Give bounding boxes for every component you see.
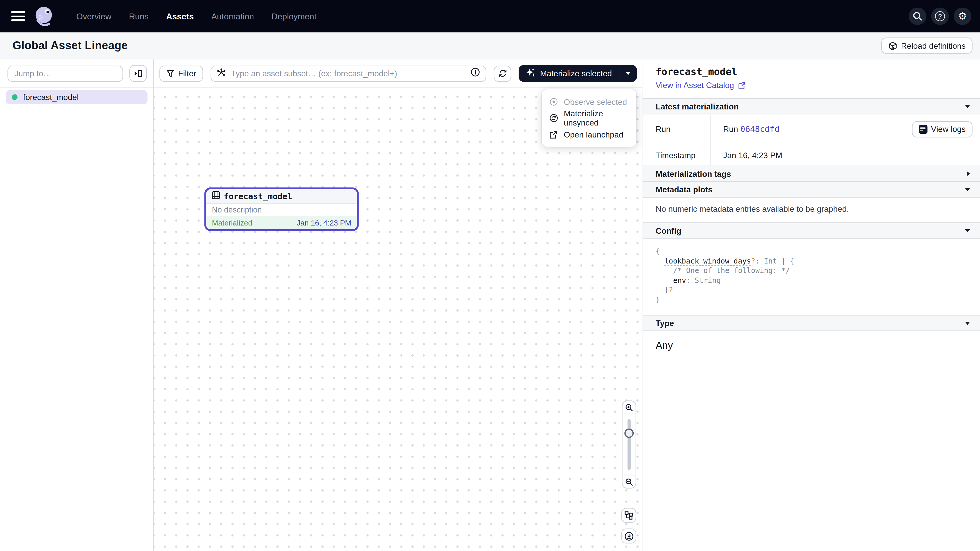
table-grid-icon bbox=[212, 191, 220, 202]
rearrange-graph-button[interactable] bbox=[621, 508, 636, 523]
sidebar-asset-label: forecast_model bbox=[23, 92, 79, 102]
run-row: Run Run 0648cdfd View logs bbox=[643, 114, 980, 144]
timestamp-row: Timestamp Jan 16, 4:23 PM bbox=[643, 144, 980, 165]
section-label: Config bbox=[655, 226, 681, 235]
open-launchpad-label: Open launchpad bbox=[564, 130, 624, 139]
section-label: Metadata plots bbox=[655, 185, 713, 194]
reload-cube-icon bbox=[888, 41, 897, 50]
catalog-link-label: View in Asset Catalog bbox=[655, 81, 734, 90]
zoom-slider-thumb[interactable] bbox=[625, 429, 634, 438]
timestamp-row-label: Timestamp bbox=[655, 144, 711, 165]
page-header: Global Asset Lineage Reload definitions bbox=[0, 32, 980, 59]
chevron-right-icon bbox=[967, 171, 970, 176]
menu-hamburger-icon[interactable] bbox=[9, 7, 27, 25]
dagster-logo-icon[interactable] bbox=[31, 4, 56, 29]
menu-item-observe-selected[interactable]: Observe selected bbox=[542, 94, 636, 110]
asset-list-sidebar: forecast_model bbox=[0, 59, 154, 551]
download-image-button[interactable] bbox=[621, 529, 636, 544]
observe-selected-label: Observe selected bbox=[564, 97, 627, 106]
run-id-link[interactable]: 0648cdfd bbox=[740, 124, 780, 134]
section-label: Latest materialization bbox=[655, 102, 739, 111]
asset-list: forecast_model bbox=[0, 88, 153, 106]
sidebar-search-row bbox=[0, 59, 153, 88]
primary-nav: Overview Runs Assets Automation Deployme… bbox=[76, 11, 317, 21]
jump-to-input[interactable] bbox=[7, 65, 123, 82]
external-link-icon bbox=[549, 130, 558, 138]
materialize-selected-label: Materialize selected bbox=[540, 68, 612, 78]
section-latest-materialization[interactable]: Latest materialization bbox=[643, 98, 980, 114]
filter-label: Filter bbox=[178, 68, 196, 78]
refresh-button[interactable] bbox=[494, 65, 511, 82]
section-label: Type bbox=[655, 318, 674, 328]
app-window: Overview Runs Assets Automation Deployme… bbox=[0, 0, 980, 551]
logs-icon bbox=[918, 125, 927, 133]
materialize-selected-button[interactable]: Materialize selected bbox=[519, 65, 619, 82]
materialized-status-label: Materialized bbox=[212, 218, 252, 227]
menu-item-open-launchpad[interactable]: Open launchpad bbox=[542, 126, 636, 143]
type-value: Any bbox=[643, 331, 980, 360]
asset-node-description: No description bbox=[206, 203, 357, 216]
settings-gear-icon[interactable]: ⚙ bbox=[954, 7, 971, 25]
top-nav: Overview Runs Assets Automation Deployme… bbox=[0, 0, 980, 32]
nav-deployment[interactable]: Deployment bbox=[272, 11, 317, 21]
materialized-status-dot-icon bbox=[12, 94, 18, 100]
page-title: Global Asset Lineage bbox=[13, 39, 128, 52]
chevron-down-icon bbox=[965, 321, 970, 324]
latest-materialization-table: Run Run 0648cdfd View logs Timestamp Jan… bbox=[643, 114, 980, 165]
collapse-sidebar-button[interactable] bbox=[129, 65, 147, 82]
reload-definitions-button[interactable]: Reload definitions bbox=[881, 38, 972, 54]
nav-overview[interactable]: Overview bbox=[76, 11, 111, 21]
asset-subset-search bbox=[210, 65, 487, 82]
section-materialization-tags[interactable]: Materialization tags bbox=[643, 165, 980, 182]
section-config[interactable]: Config bbox=[643, 222, 980, 239]
section-metadata-plots[interactable]: Metadata plots bbox=[643, 182, 980, 198]
zoom-in-button[interactable] bbox=[622, 401, 635, 414]
info-icon[interactable] bbox=[471, 67, 480, 79]
materialized-timestamp: Jan 16, 4:23 PM bbox=[297, 218, 351, 227]
nav-runs[interactable]: Runs bbox=[129, 11, 148, 21]
zoom-slider-track bbox=[628, 419, 631, 470]
sparkle-icon bbox=[526, 67, 536, 79]
filter-button[interactable]: Filter bbox=[159, 65, 203, 82]
external-link-icon bbox=[738, 82, 745, 89]
asset-node-forecast-model[interactable]: forecast_model No description Materializ… bbox=[204, 187, 359, 231]
metadata-plots-empty-message: No numeric metadata entries available to… bbox=[643, 198, 980, 222]
zoom-slider[interactable] bbox=[622, 414, 635, 475]
run-prefix: Run bbox=[723, 124, 738, 134]
asset-node-status-bar: Materialized Jan 16, 4:23 PM bbox=[206, 216, 357, 229]
chevron-down-icon bbox=[965, 105, 970, 108]
asset-details-panel: forecast_model View in Asset Catalog Lat… bbox=[643, 59, 980, 551]
section-type[interactable]: Type bbox=[643, 315, 980, 331]
nav-assets[interactable]: Assets bbox=[166, 11, 194, 21]
caret-down-icon bbox=[625, 72, 631, 75]
zoom-controls bbox=[622, 400, 636, 489]
view-logs-button[interactable]: View logs bbox=[912, 121, 973, 137]
materialize-dropdown-caret[interactable] bbox=[619, 65, 637, 82]
search-icon[interactable] bbox=[909, 7, 926, 25]
run-row-label: Run bbox=[655, 114, 711, 144]
section-label: Materialization tags bbox=[655, 169, 731, 178]
reload-definitions-label: Reload definitions bbox=[901, 41, 966, 50]
asset-node-header: forecast_model bbox=[206, 189, 357, 203]
lineage-canvas: Filter bbox=[154, 59, 642, 551]
lineage-toolbar: Filter bbox=[154, 59, 642, 88]
zoom-out-button[interactable] bbox=[622, 475, 635, 488]
materialize-unsynced-label: Materialize unsynced bbox=[564, 109, 629, 127]
view-in-asset-catalog-link[interactable]: View in Asset Catalog bbox=[655, 81, 745, 90]
lineage-graph-area[interactable]: forecast_model No description Materializ… bbox=[154, 88, 642, 551]
timestamp-row-value: Jan 16, 4:23 PM bbox=[711, 150, 972, 160]
materialize-selected-split-button: Materialize selected bbox=[519, 65, 637, 82]
asset-subset-input[interactable] bbox=[230, 68, 466, 79]
asset-graph-icon bbox=[217, 68, 226, 79]
menu-item-materialize-unsynced[interactable]: Materialize unsynced bbox=[542, 110, 636, 126]
chevron-down-icon bbox=[965, 229, 970, 232]
sync-circle-icon bbox=[549, 114, 558, 122]
help-icon[interactable]: ? bbox=[931, 7, 949, 25]
sidebar-asset-item-forecast-model[interactable]: forecast_model bbox=[6, 90, 148, 104]
config-code-block: {lookback_window_days?: Int | {/* One of… bbox=[643, 239, 980, 315]
nav-automation[interactable]: Automation bbox=[211, 11, 254, 21]
run-row-value: Run 0648cdfd bbox=[711, 124, 912, 134]
funnel-icon bbox=[166, 69, 174, 78]
observe-icon bbox=[549, 98, 558, 105]
chevron-down-icon bbox=[965, 188, 970, 191]
